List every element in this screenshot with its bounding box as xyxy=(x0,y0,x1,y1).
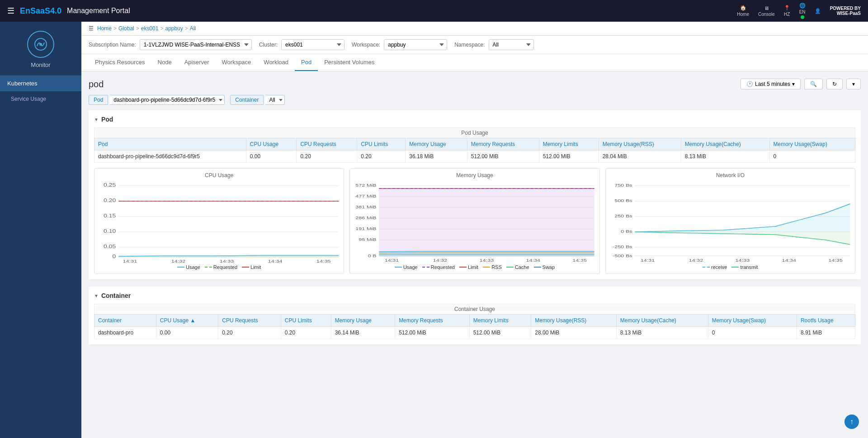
pod-filter-row: Pod dashboard-pro-pipeline-5d66dc9d7d-6f… xyxy=(89,95,861,105)
subscription-select[interactable]: 1-1VLZJWD WISE-PaaS-Internal-ENSS xyxy=(140,39,252,50)
svg-text:750 Bs: 750 Bs xyxy=(614,183,632,188)
namespace-label: Namespace: xyxy=(454,42,485,48)
container-chevron-icon: ▼ xyxy=(94,293,99,298)
memory-chart-legend: Usage Requested Limit xyxy=(354,264,595,270)
cluster-filter: Cluster: eks001 xyxy=(259,39,344,50)
tab-pod[interactable]: Pod xyxy=(295,54,318,71)
tab-persistent[interactable]: Persistent Volumes xyxy=(318,54,381,71)
th-pod[interactable]: Pod xyxy=(94,138,246,151)
container-section: ▼ Container Container Usage Container CP… xyxy=(89,287,861,344)
breadcrumb-global[interactable]: Global xyxy=(118,25,134,32)
breadcrumb-workspace[interactable]: appbuy xyxy=(165,25,183,32)
powered-by: POWERED BY WISE-PaaS xyxy=(830,6,861,16)
th-container-mem-rss[interactable]: Memory Usage(RSS) xyxy=(531,315,616,327)
breadcrumb-cluster[interactable]: eks001 xyxy=(141,25,159,32)
th-container-rootfs[interactable]: Rootfs Usage xyxy=(797,315,855,327)
svg-marker-57 xyxy=(635,204,850,232)
monitor-label: Monitor xyxy=(31,61,50,68)
container-section-header[interactable]: ▼ Container xyxy=(94,292,855,299)
th-container[interactable]: Container xyxy=(94,315,156,327)
container-cpu-requests: 0.20 xyxy=(218,327,281,339)
sidebar-item-kubernetes[interactable]: Kubernetes xyxy=(0,75,81,91)
sidebar-item-service-usage[interactable]: Service Usage xyxy=(0,91,81,107)
svg-text:14:32: 14:32 xyxy=(433,258,448,263)
tab-workspace[interactable]: Workspace xyxy=(216,54,258,71)
th-container-mem-cache[interactable]: Memory Usage(Cache) xyxy=(616,315,708,327)
th-cpu-limits[interactable]: CPU Limits xyxy=(357,138,406,151)
page-title: pod xyxy=(89,79,104,89)
container-mem-cache: 8.13 MiB xyxy=(616,327,708,339)
refresh-button[interactable]: ↻ xyxy=(826,79,843,89)
th-mem-usage[interactable]: Memory Usage xyxy=(406,138,467,151)
breadcrumb-home[interactable]: Home xyxy=(97,25,112,32)
network-chart-area: 750 Bs 500 Bs 250 Bs 0 Bs -250 Bs -500 B… xyxy=(609,181,851,263)
pod-mem-rss: 28.04 MiB xyxy=(599,151,681,163)
hz-nav[interactable]: 📍 HZ xyxy=(784,5,790,17)
pod-section-header[interactable]: ▼ Pod xyxy=(94,116,855,123)
svg-point-1 xyxy=(39,43,42,46)
svg-text:0.15: 0.15 xyxy=(104,213,116,218)
home-icon: 🏠 xyxy=(740,5,746,11)
top-bar: ☰ Home > Global > eks001 > appbuy > All xyxy=(81,22,868,36)
memory-chart: Memory Usage 572 MiB 477 MiB 381 MiB 286… xyxy=(349,168,599,274)
svg-text:14:33: 14:33 xyxy=(735,258,750,263)
th-container-cpu-requests[interactable]: CPU Requests xyxy=(218,315,281,327)
tab-node[interactable]: Node xyxy=(151,54,178,71)
th-mem-cache[interactable]: Memory Usage(Cache) xyxy=(681,138,769,151)
lang-nav[interactable]: 🌐 EN xyxy=(799,3,806,19)
th-mem-requests[interactable]: Memory Requests xyxy=(467,138,539,151)
cpu-chart-area: 0.25 0.20 0.15 0.10 0.05 0 xyxy=(98,181,340,263)
hamburger-menu[interactable]: ☰ xyxy=(7,6,14,16)
workspace-select[interactable]: appbuy xyxy=(384,39,447,50)
svg-marker-37 xyxy=(379,251,594,256)
home-nav[interactable]: 🏠 Home xyxy=(737,5,749,17)
th-container-cpu-usage[interactable]: CPU Usage ▲ xyxy=(156,315,218,327)
pod-filter-select[interactable]: dashboard-pro-pipeline-5d66dc9d7d-6f9r5 xyxy=(110,95,225,105)
svg-text:191 MiB: 191 MiB xyxy=(356,226,377,231)
charts-row: CPU Usage 0.25 0.20 0.15 0.10 0.05 0 xyxy=(94,168,855,274)
usage-line xyxy=(177,267,184,268)
app-name: EnSaaS4.0 xyxy=(20,6,61,16)
pod-mem-usage: 36.18 MiB xyxy=(406,151,467,163)
tab-workload[interactable]: Workload xyxy=(257,54,295,71)
workspace-label: Workspace: xyxy=(352,42,380,48)
svg-text:0 B: 0 B xyxy=(368,254,377,258)
sidebar: Monitor Kubernetes Service Usage xyxy=(0,22,81,438)
th-container-mem-swap[interactable]: Memory Usage(Swap) xyxy=(708,315,797,327)
th-mem-swap[interactable]: Memory Usage(Swap) xyxy=(769,138,855,151)
cluster-select[interactable]: eks001 xyxy=(281,39,344,50)
namespace-select[interactable]: All xyxy=(489,39,534,50)
search-button[interactable]: 🔍 xyxy=(804,79,823,89)
tab-apiserver[interactable]: Apiserver xyxy=(178,54,216,71)
tab-physics[interactable]: Physics Resources xyxy=(89,54,151,71)
pod-mem-cache: 8.13 MiB xyxy=(681,151,769,163)
scroll-to-top-button[interactable]: ↑ xyxy=(844,414,859,429)
transmit-line xyxy=(731,267,739,268)
th-container-mem-limits[interactable]: Memory Limits xyxy=(469,315,531,327)
pod-cpu-usage: 0.00 xyxy=(246,151,297,163)
receive-line xyxy=(703,267,710,268)
th-container-mem-usage[interactable]: Memory Usage xyxy=(331,315,395,327)
th-cpu-usage[interactable]: CPU Usage xyxy=(246,138,297,151)
svg-text:477 MiB: 477 MiB xyxy=(356,194,377,198)
sidebar-navigation: Kubernetes Service Usage xyxy=(0,75,81,107)
th-mem-limits[interactable]: Memory Limits xyxy=(539,138,599,151)
user-nav[interactable]: 👤 xyxy=(815,8,821,14)
th-mem-rss[interactable]: Memory Usage(RSS) xyxy=(599,138,681,151)
th-container-cpu-limits[interactable]: CPU Limits xyxy=(281,315,331,327)
breadcrumb-namespace[interactable]: All xyxy=(190,25,196,32)
time-range-button[interactable]: 🕐 Last 5 minutes ▾ xyxy=(741,79,801,89)
container-mem-usage: 36.14 MiB xyxy=(331,327,395,339)
svg-text:14:32: 14:32 xyxy=(689,258,703,263)
svg-text:14:31: 14:31 xyxy=(123,259,137,263)
console-nav[interactable]: 🖥 Console xyxy=(758,5,775,17)
cluster-label: Cluster: xyxy=(259,42,278,48)
chevron-down-icon: ▾ xyxy=(792,81,795,87)
container-table-caption: Container Usage xyxy=(94,304,855,314)
container-filter-select[interactable]: All xyxy=(265,95,285,105)
more-button[interactable]: ▾ xyxy=(846,79,861,89)
container-cpu-limits: 0.20 xyxy=(281,327,331,339)
th-cpu-requests[interactable]: CPU Requests xyxy=(297,138,357,151)
svg-text:14:34: 14:34 xyxy=(268,259,283,263)
th-container-mem-requests[interactable]: Memory Requests xyxy=(395,315,470,327)
